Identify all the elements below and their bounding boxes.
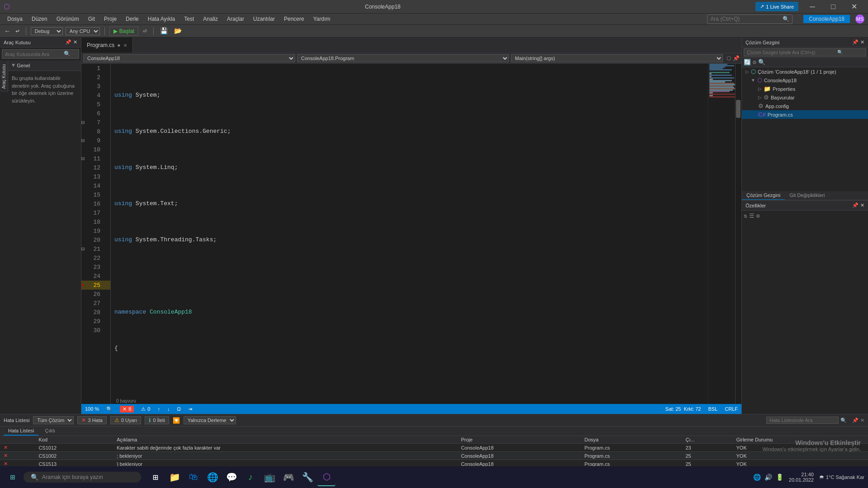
toolbar-open[interactable]: 📂	[172, 26, 184, 36]
menu-araclar[interactable]: Araçlar	[223, 15, 248, 23]
menu-yardim[interactable]: Yardım	[310, 15, 334, 23]
nav-down-btn[interactable]: ↓	[167, 406, 170, 412]
program-cs-node[interactable]: C# Program.cs	[742, 110, 868, 119]
minimize-button[interactable]: ─	[802, 0, 823, 14]
toolbox-pin-icon[interactable]: 📌	[65, 39, 71, 45]
menu-test[interactable]: Test	[180, 15, 198, 23]
nav-project-select[interactable]: ConsoleApp18	[83, 54, 295, 62]
toolbar-attach[interactable]: ⏎	[141, 26, 148, 36]
solution-root[interactable]: ▷ ⬡ Çözüm 'ConsoleApp18' (1 / 1 proje)	[742, 67, 868, 76]
col-line[interactable]: Çı...	[682, 436, 732, 444]
references-node[interactable]: ▷ ⚙ Başvurular	[742, 93, 868, 102]
properties-node[interactable]: ▷ 📁 Properties	[742, 84, 868, 93]
taskbar-whatsapp[interactable]: 💬	[222, 468, 241, 486]
error-row-1[interactable]: ✕ CS1012 Karakter sabiti değerinde çok f…	[0, 444, 868, 452]
general-section[interactable]: ▼ Genel	[8, 61, 81, 71]
error-filter-select[interactable]: Tüm Çözüm	[33, 416, 74, 424]
program-cs-label: Program.cs	[768, 112, 793, 117]
menu-duzen[interactable]: Düzen	[28, 15, 51, 23]
properties-pin-icon[interactable]: 📌	[852, 202, 859, 208]
menu-uzantilar[interactable]: Uzantılar	[250, 15, 278, 23]
menu-analiz[interactable]: Analiz	[199, 15, 222, 23]
error-search-input[interactable]	[766, 417, 839, 424]
code-content-area[interactable]: using System; using System.Collections.G…	[111, 64, 708, 404]
menu-proje[interactable]: Proje	[100, 15, 120, 23]
taskbar-search-box[interactable]: 🔍 Aramak için buraya yazın	[24, 472, 141, 483]
taskbar-task-view[interactable]: ⊞	[146, 468, 165, 486]
menu-derle[interactable]: Derle	[122, 15, 142, 23]
sol-refresh-icon[interactable]: 🔄	[744, 59, 751, 66]
nav-up-btn[interactable]: ↑	[157, 406, 160, 412]
nav-pin-icon[interactable]: 📌	[733, 55, 740, 62]
warning-indicator[interactable]: ⚠ 0	[141, 406, 150, 412]
menu-git[interactable]: Git	[85, 15, 99, 23]
search-input[interactable]	[710, 16, 783, 22]
toolbar-save[interactable]: 💾	[158, 26, 170, 36]
taskbar-spotify[interactable]: ♪	[241, 468, 259, 486]
deploy-filter-select[interactable]: Yalnızca Derleme	[184, 416, 236, 424]
warnings-button[interactable]: ⚠ 0 Uyarı	[110, 416, 141, 424]
taskbar-start-button[interactable]: ⊞	[4, 468, 22, 486]
taskbar-steam[interactable]: 🎮	[279, 468, 297, 486]
taskbar-unknown1[interactable]: 📺	[260, 468, 278, 486]
error-filter-icon[interactable]: 🔽	[173, 417, 180, 424]
taskbar-edge[interactable]: 🌐	[203, 468, 222, 486]
error-indicator[interactable]: ✕ 8	[120, 406, 134, 413]
prop-category-icon[interactable]: ☰	[749, 212, 755, 220]
output-tab[interactable]: Çıktı	[40, 427, 60, 436]
program-cs-tab[interactable]: Program.cs ● ✕	[81, 38, 133, 53]
solution-tab[interactable]: Çözüm Gezgini	[742, 191, 785, 200]
cpu-select[interactable]: Any CPU	[66, 27, 100, 35]
restore-button[interactable]: □	[823, 0, 844, 14]
menu-hata-ayikla[interactable]: Hata Ayıkla	[144, 15, 179, 23]
prop-settings-icon[interactable]: ⚙	[756, 212, 760, 220]
close-button[interactable]: ✕	[844, 0, 864, 14]
properties-close-icon[interactable]: ✕	[860, 202, 864, 208]
solution-search-input[interactable]	[747, 50, 837, 55]
taskbar-store[interactable]: 🛍	[184, 468, 203, 486]
expand-icon[interactable]: ⇥	[188, 406, 192, 412]
col-code[interactable]: Kod	[35, 436, 113, 444]
git-tab[interactable]: Git Değişiklikleri	[785, 191, 829, 200]
error-row-2[interactable]: ✕ CS1002 ; bekleniyor ConsoleApp18 Progr…	[0, 452, 868, 460]
nav-method-select[interactable]: Main(string[] args)	[511, 54, 723, 62]
code-editor[interactable]: 1 2 3 4 5	[81, 64, 741, 404]
taskbar-vs[interactable]: ⬡	[317, 468, 335, 486]
encoding-status: CRLF	[725, 406, 738, 412]
sol-filter-icon[interactable]: 🔍	[758, 59, 765, 66]
col-status[interactable]: Girleme Durumu	[732, 436, 868, 444]
col-project[interactable]: Proje	[458, 436, 581, 444]
solution-pin-icon[interactable]: 📌	[852, 39, 859, 45]
error-panel-close-icon[interactable]: ✕	[860, 418, 864, 423]
menu-gorunum[interactable]: Görünüm	[53, 15, 83, 23]
scrollbar-thumb[interactable]	[736, 100, 741, 118]
info-button[interactable]: ℹ 0 İleti	[145, 416, 169, 424]
errors-button[interactable]: ✕ 3 Hata	[77, 416, 106, 424]
editor-scrollbar[interactable]	[735, 64, 741, 404]
prop-sort-icon[interactable]: ⇅	[744, 212, 747, 220]
live-share-button[interactable]: ↗ 1 Live Share	[755, 2, 798, 11]
debug-config-select[interactable]: Debug Release	[31, 27, 63, 35]
menu-dosya[interactable]: Dosya	[4, 15, 26, 23]
taskbar-unknown2[interactable]: 🔧	[298, 468, 316, 486]
toolbox-close-icon[interactable]: ✕	[73, 39, 77, 45]
taskbar-file-explorer[interactable]: 📁	[165, 468, 184, 486]
error-list-tab[interactable]: Hata Listesi	[4, 427, 38, 436]
col-description[interactable]: Açıklama	[113, 436, 458, 444]
error-panel-pin-icon[interactable]: 📌	[852, 418, 859, 423]
menu-pencere[interactable]: Pencere	[280, 15, 308, 23]
start-button[interactable]: ▶ Başlat	[109, 27, 138, 36]
sol-settings-icon[interactable]: ⚙	[753, 59, 756, 66]
toolbar-undo[interactable]: ↩	[14, 26, 21, 36]
app-config-node[interactable]: ⚙ App.config	[742, 102, 868, 110]
nav-class-select[interactable]: ConsoleApp18.Program	[297, 54, 509, 62]
toolbar-back[interactable]: ←	[4, 27, 11, 36]
col-file[interactable]: Dosya	[581, 436, 682, 444]
project-node[interactable]: ▼ ⬡ ConsoleApp18	[742, 76, 868, 84]
solution-close-icon[interactable]: ✕	[860, 39, 864, 45]
tab-close-icon[interactable]: ✕	[123, 43, 127, 48]
clock-area[interactable]: 21:40 20.01.2022	[789, 472, 814, 483]
error-file-2: Program.cs	[581, 452, 682, 460]
toolbox-search-input[interactable]	[5, 52, 64, 57]
nav-expand-icon[interactable]: ⬡	[726, 55, 731, 62]
